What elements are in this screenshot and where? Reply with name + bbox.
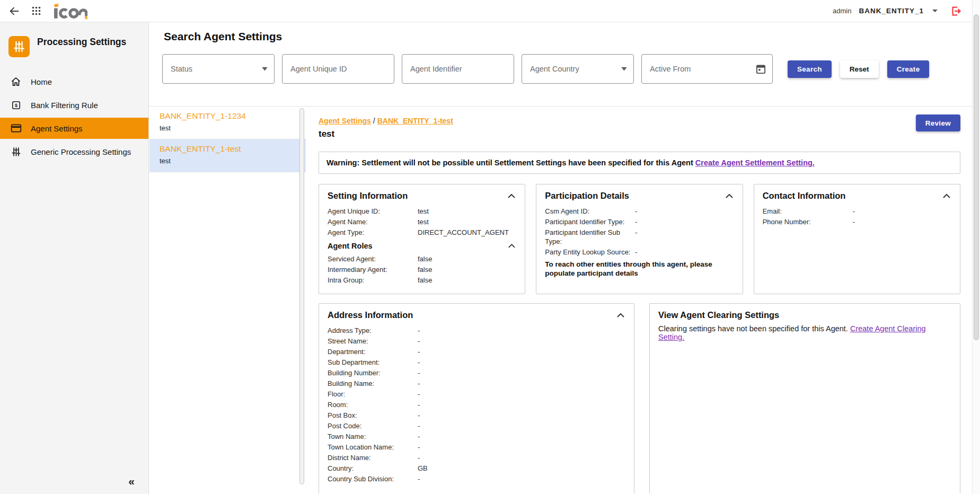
field-label: Party Entity Lookup Source: <box>545 248 635 257</box>
field-value: - <box>635 228 734 237</box>
sidebar-item-label: Home <box>31 77 52 86</box>
sidebar-item-agent-settings[interactable]: Agent Settings <box>0 118 148 139</box>
page-scrollbar[interactable] <box>972 0 980 494</box>
clearing-text: Clearing settings have not been specifie… <box>658 324 848 333</box>
dropdown-arrow-icon[interactable] <box>621 67 627 71</box>
field-value: test <box>418 217 516 226</box>
agent-settings-card-icon <box>10 124 22 133</box>
field-row: District Name: - <box>328 453 625 462</box>
clearing-settings-card: View Agent Clearing Settings Clearing se… <box>649 303 960 493</box>
collapse-chevron-icon[interactable] <box>616 312 625 319</box>
address-rows: Address Type: - Street Name: - Departmen… <box>328 326 625 483</box>
dropdown-arrow-icon[interactable] <box>262 67 268 71</box>
chevron-down-icon[interactable] <box>932 10 938 12</box>
warning-text: Warning: Settlement will not be possible… <box>326 158 693 167</box>
review-button[interactable]: Review <box>916 114 960 131</box>
apps-grid-button[interactable] <box>32 6 41 15</box>
collapse-chevron-icon[interactable] <box>725 193 734 199</box>
breadcrumb-separator: / <box>371 117 377 125</box>
field-label: Floor: <box>328 390 418 399</box>
top-bar: admin BANK_ENTITY_1 <box>0 0 980 22</box>
field-label: Room: <box>328 400 418 409</box>
card-title: View Agent Clearing Settings <box>658 310 779 320</box>
field-value: GB <box>418 464 625 473</box>
breadcrumb-link-agent-settings[interactable]: Agent Settings <box>319 117 371 125</box>
status-select[interactable]: Status <box>162 54 275 84</box>
agent-unique-id-input[interactable]: Agent Unique ID <box>282 54 394 84</box>
page-scrollbar-thumb[interactable] <box>974 14 979 340</box>
breadcrumb: Agent Settings/BANK_ENTITY_1-test <box>319 117 960 125</box>
field-row: Floor: - <box>328 390 625 399</box>
address-information-card: Address Information Address Type: - <box>319 303 634 493</box>
list-item-selected[interactable]: BANK_ENTITY_1-test test <box>149 139 306 172</box>
agent-identifier-input[interactable]: Agent Identifier <box>402 54 514 84</box>
agent-country-select[interactable]: Agent Country <box>522 54 634 84</box>
field-label: Intermediary Agent: <box>328 265 418 274</box>
collapse-chevron-icon[interactable] <box>507 193 516 199</box>
search-button[interactable]: Search <box>788 60 832 78</box>
field-row: Intra Group: false <box>328 276 516 285</box>
sidebar-item-generic-processing-settings[interactable]: Generic Processing Settings <box>0 141 148 162</box>
field-value: - <box>418 421 625 430</box>
field-row: Participant Identifier Type: - <box>545 217 734 226</box>
agent-roles-rows: Serviced Agent: false Intermediary Agent… <box>328 254 516 285</box>
sidebar-title: Processing Settings <box>37 36 126 48</box>
create-settlement-setting-link[interactable]: Create Agent Settlement Setting. <box>695 158 815 167</box>
collapse-chevron-icon[interactable] <box>507 243 516 249</box>
field-row: Participant Identifier Sub Type: - <box>545 228 734 246</box>
field-row: Department: - <box>328 347 625 356</box>
field-row: Room: - <box>328 400 625 409</box>
field-value: - <box>418 390 625 399</box>
page-title: Search Agent Settings <box>164 30 282 43</box>
sidebar-collapse-button[interactable]: « <box>128 475 135 487</box>
field-value: - <box>418 443 625 452</box>
active-from-date-input[interactable]: Active From <box>641 54 773 84</box>
calendar-icon[interactable] <box>756 64 766 74</box>
list-item-title: BANK_ENTITY_1-test <box>160 144 292 154</box>
bank-filtering-rule-icon: $ <box>10 100 22 110</box>
sidebar-item-label: Bank Filtering Rule <box>31 101 98 110</box>
agent-identifier-placeholder: Agent Identifier <box>410 65 462 73</box>
detail-title: test <box>319 129 960 139</box>
field-value: - <box>635 217 734 226</box>
active-from-placeholder: Active From <box>650 65 691 73</box>
breadcrumb-link-current[interactable]: BANK_ENTITY_1-test <box>377 117 453 125</box>
entity-selector[interactable]: BANK_ENTITY_1 <box>859 7 924 15</box>
logout-icon <box>950 5 962 17</box>
collapse-chevron-icon[interactable] <box>942 193 951 199</box>
field-label: Agent Unique ID: <box>328 207 418 216</box>
processing-settings-icon <box>8 36 30 57</box>
participation-rows: Csm Agent ID: - Participant Identifier T… <box>545 207 734 257</box>
sidebar-item-home[interactable]: Home <box>0 71 148 92</box>
field-label: Email: <box>763 207 853 216</box>
field-value: - <box>418 453 625 462</box>
agent-detail-panel: Agent Settings/BANK_ENTITY_1-test test R… <box>306 107 972 493</box>
list-item[interactable]: BANK_ENTITY_1-1234 test <box>149 107 306 139</box>
field-label: Address Type: <box>328 326 418 335</box>
field-row: Agent Type: DIRECT_ACCOUNT_AGENT <box>328 228 516 237</box>
admin-label: admin <box>833 7 851 15</box>
field-label: Participant Identifier Type: <box>545 217 635 226</box>
setting-information-card: Setting Information Agent Unique ID: tes… <box>319 184 525 294</box>
field-value: - <box>853 207 951 216</box>
agent-country-label: Agent Country <box>530 65 579 73</box>
results-area: BANK_ENTITY_1-1234 test BANK_ENTITY_1-te… <box>149 107 972 493</box>
contact-information-card: Contact Information Email: - <box>754 184 960 294</box>
sidebar-item-bank-filtering-rule[interactable]: $ Bank Filtering Rule <box>0 94 148 116</box>
sidebar: Processing Settings Home $ Bank Filterin… <box>0 22 149 494</box>
list-scrollbar-thumb[interactable] <box>299 108 304 484</box>
settlement-warning: Warning: Settlement will not be possible… <box>319 152 960 174</box>
agent-unique-id-placeholder: Agent Unique ID <box>290 65 347 73</box>
field-label: Participant Identifier Sub Type: <box>545 228 635 246</box>
create-button[interactable]: Create <box>887 60 930 78</box>
field-value: - <box>418 432 625 441</box>
field-value: - <box>635 248 734 257</box>
field-label: Town Location Name: <box>328 443 418 452</box>
list-item-subtitle: test <box>160 124 292 132</box>
status-label: Status <box>171 65 192 73</box>
back-button[interactable] <box>8 5 20 17</box>
logout-button[interactable] <box>950 5 962 17</box>
field-label: Serviced Agent: <box>328 254 418 263</box>
reset-button[interactable]: Reset <box>840 60 879 78</box>
field-row: Post Code: - <box>328 421 625 430</box>
